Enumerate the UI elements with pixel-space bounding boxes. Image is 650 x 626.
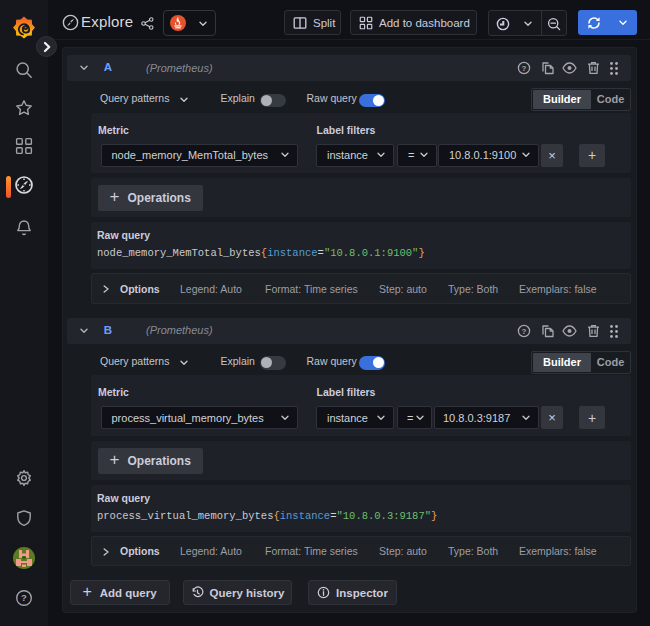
svg-text:?: ? bbox=[521, 64, 526, 73]
svg-text:?: ? bbox=[21, 592, 27, 603]
svg-text:?: ? bbox=[521, 326, 526, 335]
